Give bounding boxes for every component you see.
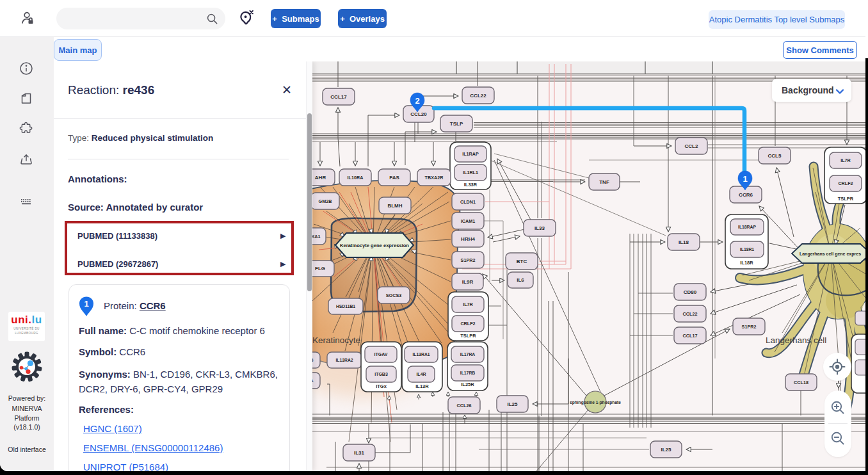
svg-text:XA1: XA1: [312, 234, 320, 239]
svg-text:IL1RAP: IL1RAP: [462, 151, 479, 157]
svg-text:IL18: IL18: [679, 239, 689, 245]
svg-text:IL13RA2: IL13RA2: [335, 358, 353, 362]
svg-text:ITGAV: ITGAV: [374, 352, 388, 357]
svg-text:CD80: CD80: [684, 289, 697, 295]
svg-text:Keratinocyte: Keratinocyte: [312, 335, 360, 345]
svg-text:IL18R1: IL18R1: [740, 247, 755, 252]
svg-text:IL31: IL31: [354, 450, 365, 456]
svg-text:FLG: FLG: [315, 266, 325, 271]
svg-text:IL7R: IL7R: [463, 302, 473, 307]
svg-text:IL33: IL33: [534, 225, 545, 231]
svg-text:SOCS3: SOCS3: [386, 293, 401, 298]
svg-text:Keratinocyte gene expression: Keratinocyte gene expression: [340, 243, 409, 248]
svg-text:CRLF2: CRLF2: [460, 321, 475, 326]
svg-text:FAS: FAS: [389, 175, 399, 181]
svg-text:2: 2: [415, 96, 419, 106]
svg-text:AHR: AHR: [315, 175, 326, 181]
svg-text:IL13R: IL13R: [415, 383, 429, 389]
svg-text:ITGx: ITGx: [376, 383, 387, 389]
svg-text:TSLP: TSLP: [450, 121, 463, 127]
svg-text:IL33R: IL33R: [464, 182, 478, 188]
svg-text:sphingosine 1-phosphate: sphingosine 1-phosphate: [570, 400, 621, 405]
svg-text:IL1RL1: IL1RL1: [463, 170, 478, 175]
svg-text:TBXA2R: TBXA2R: [425, 175, 444, 181]
svg-text:IL13RA1: IL13RA1: [412, 352, 430, 357]
svg-text:CRLF2: CRLF2: [838, 181, 853, 186]
svg-text:ICAM1: ICAM1: [461, 218, 475, 224]
svg-text:B: B: [312, 358, 314, 362]
svg-text:GM2B: GM2B: [319, 198, 332, 204]
svg-text:CCL20: CCL20: [410, 111, 427, 117]
svg-text:CLDN1: CLDN1: [460, 199, 476, 205]
svg-text:IL25: IL25: [661, 447, 671, 453]
svg-text:TSLPR: TSLPR: [460, 333, 476, 339]
svg-text:CCL26: CCL26: [457, 403, 472, 408]
svg-text:CCL18: CCL18: [794, 380, 808, 385]
svg-text:CCL2: CCL2: [685, 143, 698, 149]
svg-text:IL6: IL6: [517, 277, 524, 283]
svg-text:ITGB3: ITGB3: [374, 372, 388, 376]
svg-text:BLMH: BLMH: [387, 203, 402, 209]
svg-text:BTC: BTC: [517, 259, 527, 264]
svg-text:CCL22: CCL22: [470, 93, 486, 99]
svg-text:CCL17: CCL17: [330, 94, 347, 100]
svg-text:IL17RA: IL17RA: [460, 352, 476, 357]
svg-text:Langerhans cell gene expres: Langerhans cell gene expres: [800, 252, 861, 257]
svg-text:IL9R: IL9R: [462, 279, 474, 285]
svg-text:A: A: [312, 378, 314, 383]
svg-text:HRH4: HRH4: [461, 236, 475, 242]
svg-text:CCR6: CCR6: [739, 192, 753, 198]
svg-text:IL17RB: IL17RB: [460, 371, 476, 375]
svg-text:IL10RA: IL10RA: [348, 175, 364, 181]
svg-text:HSD11B1: HSD11B1: [336, 304, 355, 309]
svg-text:IL25: IL25: [507, 401, 518, 407]
svg-text:1: 1: [743, 174, 747, 184]
svg-text:1: 1: [84, 299, 88, 309]
svg-text:TNF: TNF: [599, 179, 609, 185]
svg-text:S1PR2: S1PR2: [461, 257, 476, 263]
svg-text:TSLPR: TSLPR: [838, 196, 854, 202]
svg-text:IL18RAP: IL18RAP: [738, 225, 756, 229]
svg-text:IL4R: IL4R: [416, 372, 426, 376]
svg-text:IL18R: IL18R: [740, 260, 753, 266]
svg-text:Langerhans cell: Langerhans cell: [766, 335, 826, 345]
svg-text:CCL17: CCL17: [683, 333, 698, 339]
svg-text:IL7R: IL7R: [840, 157, 851, 163]
svg-text:CCL5: CCL5: [768, 153, 782, 159]
svg-text:IL25R: IL25R: [461, 382, 474, 387]
svg-text:S1PR2: S1PR2: [742, 324, 757, 330]
svg-text:CCL22: CCL22: [683, 311, 698, 317]
